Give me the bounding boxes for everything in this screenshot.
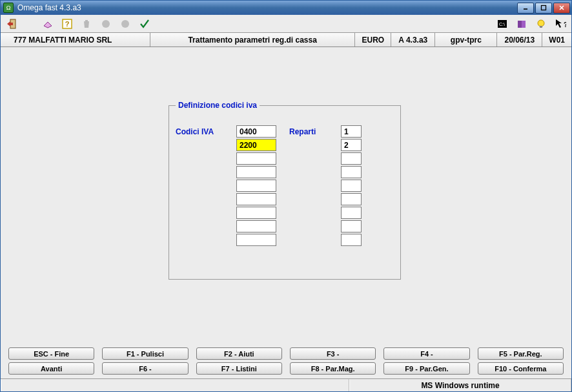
company-cell: 777 MALFATTI MARIO SRL — [1, 33, 150, 46]
groupbox-legend: Definizione codici iva — [176, 101, 260, 110]
check-icon[interactable] — [138, 17, 152, 31]
fkey-bar: ESC - Fine F1 - Pulisci F2 - Aiuti F3 - … — [1, 344, 571, 378]
reparti-input-6[interactable] — [341, 207, 362, 219]
svg-point-8 — [102, 20, 110, 28]
reparti-input-0[interactable] — [341, 125, 362, 138]
codici-iva-input-1[interactable] — [236, 139, 276, 151]
codici-iva-input-4[interactable] — [236, 180, 276, 192]
reparti-input-7[interactable] — [341, 220, 362, 232]
content-area: Definizione codici iva Codici IVA Repart… — [1, 47, 571, 344]
terminal-cell: W01 — [542, 33, 571, 46]
reparti-input-2[interactable] — [341, 152, 362, 165]
svg-text:?: ? — [65, 20, 70, 28]
codici-iva-input-7[interactable] — [236, 220, 276, 232]
version-cell: A 4.3.a3 — [391, 33, 435, 46]
esc-fine-button[interactable]: ESC - Fine — [8, 347, 94, 360]
book-icon[interactable] — [515, 17, 529, 31]
codici-column — [236, 125, 276, 246]
svg-point-12 — [538, 20, 544, 26]
date-cell: 20/06/13 — [497, 33, 542, 46]
avanti-button[interactable]: Avanti — [8, 362, 94, 375]
codici-iva-input-5[interactable] — [236, 193, 276, 205]
eraser-icon[interactable] — [41, 17, 55, 31]
app-icon: Ω — [3, 3, 14, 13]
module-cell: Trattamento parametri reg.di cassa — [150, 33, 355, 46]
arrow-help-icon[interactable]: ? — [553, 17, 567, 31]
codici-iva-input-8[interactable] — [236, 234, 276, 246]
codici-iva-input-2[interactable] — [236, 152, 276, 165]
currency-cell: EURO — [355, 33, 391, 46]
f7-listini-button[interactable]: F7 - Listini — [196, 362, 282, 375]
reparti-input-1[interactable] — [341, 139, 362, 151]
svg-point-9 — [121, 20, 129, 28]
statusbar: MS Windows runtime — [1, 378, 571, 391]
svg-text:C:\: C:\ — [499, 22, 505, 26]
titlebar: Ω Omega fast 4.3.a3 — [1, 1, 571, 15]
reparti-input-3[interactable] — [341, 166, 362, 178]
app-window: Ω Omega fast 4.3.a3 ? — [0, 0, 572, 392]
close-button[interactable] — [553, 3, 570, 14]
minimize-button[interactable] — [517, 3, 534, 14]
codici-iva-input-3[interactable] — [236, 166, 276, 178]
f5-parreg-button[interactable]: F5 - Par.Reg. — [478, 347, 564, 360]
status-runtime: MS Windows runtime — [349, 379, 571, 391]
f3-button[interactable]: F3 - — [290, 347, 376, 360]
f4-button[interactable]: F4 - — [383, 347, 469, 360]
terminal-icon[interactable]: C:\ — [495, 17, 509, 31]
help-icon[interactable]: ? — [60, 17, 74, 31]
program-cell: gpv-tprc — [435, 33, 497, 46]
window-title: Omega fast 4.3.a3 — [17, 3, 81, 12]
f1-pulisci-button[interactable]: F1 - Pulisci — [102, 347, 188, 360]
svg-rect-13 — [540, 26, 542, 28]
f10-conferma-button[interactable]: F10 - Conferma — [478, 362, 564, 375]
reparti-input-5[interactable] — [341, 193, 362, 205]
codici-iva-input-6[interactable] — [236, 207, 276, 219]
f9-pargen-button[interactable]: F9 - Par.Gen. — [383, 362, 469, 375]
label-codici-iva: Codici IVA — [176, 125, 223, 246]
reparti-input-4[interactable] — [341, 180, 362, 192]
label-reparti: Reparti — [289, 125, 328, 246]
trash-icon[interactable] — [79, 17, 94, 31]
f2-aiuti-button[interactable]: F2 - Aiuti — [196, 347, 282, 360]
groupbox-codici-iva: Definizione codici iva Codici IVA Repart… — [169, 105, 401, 280]
infobar: 777 MALFATTI MARIO SRL Trattamento param… — [1, 33, 571, 47]
f6-button[interactable]: F6 - — [102, 362, 188, 375]
svg-rect-1 — [542, 6, 546, 10]
status-empty — [1, 379, 349, 391]
reparti-column — [341, 125, 362, 246]
toolbar: ? C:\ ? — [1, 15, 571, 33]
svg-text:?: ? — [564, 21, 566, 28]
svg-marker-5 — [44, 22, 52, 28]
back-icon[interactable] — [99, 17, 113, 31]
codici-iva-input-0[interactable] — [236, 125, 276, 138]
maximize-button[interactable] — [535, 3, 552, 14]
bulb-icon[interactable] — [534, 17, 548, 31]
exit-icon[interactable] — [5, 17, 19, 31]
f8-parmag-button[interactable]: F8 - Par.Mag. — [290, 362, 376, 375]
reparti-input-8[interactable] — [341, 234, 362, 246]
forward-icon[interactable] — [118, 17, 132, 31]
